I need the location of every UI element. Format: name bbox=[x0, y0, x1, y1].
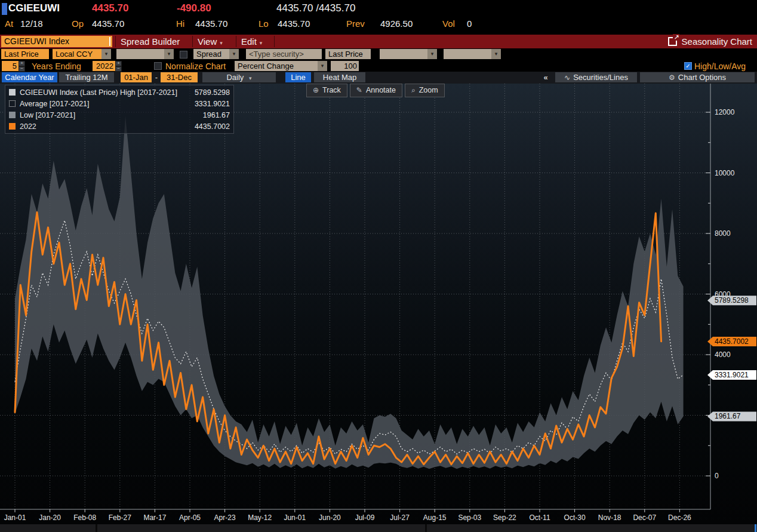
chart-canvas[interactable]: 020004000600080001000012000Jan-01Jan-20F… bbox=[0, 84, 757, 524]
scroll-strip-divider bbox=[425, 524, 427, 532]
spread-dropdown[interactable]: Spread ▾ bbox=[193, 49, 239, 59]
high-low-avg-checkbox[interactable]: ✓ bbox=[684, 62, 692, 70]
export-icon: ↗ bbox=[668, 37, 677, 46]
tab-line[interactable]: Line bbox=[285, 72, 311, 82]
from-date-button[interactable]: 01-Jan bbox=[121, 72, 152, 82]
gear-icon: ⚙ bbox=[669, 73, 675, 82]
stepper-minus-icon[interactable]: − bbox=[19, 66, 25, 72]
chart-options-label: Chart Options bbox=[678, 73, 726, 82]
annotate-label: Annotate bbox=[366, 85, 396, 96]
tab-trailing-12m[interactable]: Trailing 12M bbox=[59, 72, 114, 82]
frequency-value: Daily bbox=[226, 73, 244, 82]
timeline-scroll-strip[interactable] bbox=[0, 524, 757, 532]
track-button[interactable]: ⊕ Track bbox=[306, 84, 347, 97]
years-stepper[interactable]: + − bbox=[19, 61, 25, 71]
seasonality-chart[interactable]: 020004000600080001000012000Jan-01Jan-20F… bbox=[0, 84, 757, 524]
seasonality-chart-title: ↗Seasonality Chart bbox=[668, 36, 752, 47]
to-date-button[interactable]: 31-Dec bbox=[161, 72, 198, 82]
years-input[interactable]: 5 bbox=[2, 61, 19, 71]
legend-row[interactable]: Low [2017-2021]1961.67 bbox=[5, 109, 233, 121]
legend-label: Average [2017-2021] bbox=[20, 100, 90, 108]
frequency-dropdown[interactable]: Daily ▾ bbox=[202, 72, 276, 82]
empty-dropdown[interactable]: ▾ bbox=[116, 49, 174, 59]
end-year-input[interactable]: 2022 bbox=[93, 61, 115, 71]
securities-lines-button[interactable]: ∿Securities/Lines bbox=[555, 72, 637, 82]
high-label: Hi bbox=[176, 19, 184, 29]
lines-icon: ∿ bbox=[564, 73, 570, 82]
security-controls-row: Last Price Local CCY ▾ ▾ Spread ▾ <Type … bbox=[0, 49, 757, 60]
price-type-chip[interactable]: Last Price bbox=[1, 49, 49, 59]
net-change: -490.80 bbox=[177, 2, 211, 14]
legend-value: 5789.5298 bbox=[195, 88, 230, 97]
legend-value: 4435.7002 bbox=[195, 122, 230, 131]
x-axis-label: Sep-22 bbox=[493, 513, 516, 522]
menu-divider bbox=[236, 36, 236, 47]
collapse-panel-button[interactable]: « bbox=[540, 72, 551, 82]
x-axis-label: Jan-01 bbox=[4, 513, 26, 522]
chart-tab-bar: Calendar Year Trailing 12M 01-Jan - 31-D… bbox=[0, 72, 757, 84]
legend-row[interactable]: CGIEEUWI Index (Last Price) High [2017-2… bbox=[5, 87, 233, 98]
chevron-down-icon[interactable]: ▾ bbox=[101, 49, 111, 59]
type-security-input[interactable]: <Type security> bbox=[246, 49, 322, 59]
menu-spread-builder[interactable]: Spread Builder bbox=[121, 36, 180, 47]
empty-dropdown-2[interactable]: ▾ bbox=[380, 49, 437, 59]
x-axis-label: Sep-03 bbox=[458, 513, 481, 522]
normalize-base-input[interactable]: 100 bbox=[331, 61, 359, 71]
chevron-down-icon[interactable]: ▾ bbox=[164, 49, 174, 59]
ticker-input[interactable]: CGIEEUWI Index bbox=[1, 36, 112, 47]
normalize-mode-dropdown[interactable]: Percent Change ▾ bbox=[235, 61, 327, 71]
normalize-checkbox[interactable] bbox=[154, 62, 162, 70]
chevron-down-icon[interactable]: ▾ bbox=[229, 49, 239, 59]
low-series-swatch bbox=[9, 112, 16, 118]
menu-bar: CGIEEUWI Index Spread Builder View▾ Edit… bbox=[0, 35, 757, 48]
tab-calendar-year[interactable]: Calendar Year bbox=[2, 72, 57, 82]
price-type-2-chip[interactable]: Last Price bbox=[325, 49, 371, 59]
x-axis-label: Oct-11 bbox=[529, 513, 550, 522]
chevron-down-icon[interactable]: ▾ bbox=[427, 49, 437, 59]
x-axis-label: Jun-01 bbox=[284, 513, 306, 522]
chevron-down-icon: ▾ bbox=[249, 75, 252, 81]
x-axis-label: Jul-27 bbox=[390, 513, 410, 522]
empty-dropdown-3[interactable]: ▾ bbox=[444, 49, 501, 59]
currency-dropdown[interactable]: Local CCY ▾ bbox=[53, 49, 111, 59]
menu-divider bbox=[192, 36, 193, 47]
bid-ask: 4435.70 /4435.70 bbox=[276, 2, 355, 14]
spread-checkbox[interactable] bbox=[180, 51, 187, 59]
end-year-stepper[interactable]: + − bbox=[115, 61, 122, 71]
y-axis-label: 0 bbox=[715, 472, 719, 480]
tab-heat-map[interactable]: Heat Map bbox=[314, 72, 365, 82]
y-axis-label: 4000 bbox=[715, 350, 731, 359]
y-axis-label: 12000 bbox=[715, 108, 735, 116]
menu-view[interactable]: View▾ bbox=[198, 36, 223, 47]
scroll-strip-end-marker bbox=[755, 524, 756, 532]
y2022-series-swatch bbox=[9, 123, 16, 130]
chevron-down-icon: ▾ bbox=[220, 40, 223, 46]
menu-divider bbox=[115, 36, 116, 47]
chart-options-button[interactable]: ⚙Chart Options bbox=[640, 72, 755, 82]
x-axis-label: Feb-27 bbox=[109, 513, 131, 522]
spread-value: Spread bbox=[196, 50, 221, 59]
chevron-down-icon[interactable]: ▾ bbox=[491, 49, 501, 59]
seasonality-chart-label: Seasonality Chart bbox=[682, 36, 752, 47]
legend-row[interactable]: 20224435.7002 bbox=[5, 121, 233, 132]
chart-toolbar: ⊕ Track ✎ Annotate ⌕ Zoom bbox=[306, 84, 445, 98]
open-label: Op bbox=[72, 19, 84, 29]
menu-edit[interactable]: Edit▾ bbox=[241, 36, 262, 47]
stepper-minus-icon[interactable]: − bbox=[115, 66, 122, 72]
x-axis-label: Aug-15 bbox=[423, 513, 447, 522]
track-crosshair-icon: ⊕ bbox=[313, 85, 319, 96]
date-range-dash: - bbox=[153, 72, 160, 82]
low-label: Lo bbox=[259, 19, 269, 29]
x-axis-label: Apr-05 bbox=[179, 513, 201, 522]
chevron-down-icon[interactable]: ▾ bbox=[318, 61, 327, 71]
annotate-button[interactable]: ✎ Annotate bbox=[350, 84, 402, 97]
menu-divider bbox=[274, 36, 275, 47]
chevron-down-icon: ▾ bbox=[260, 40, 263, 46]
annotate-pencil-icon: ✎ bbox=[356, 85, 362, 96]
legend-row[interactable]: Average [2017-2021]3331.9021 bbox=[5, 98, 233, 109]
track-label: Track bbox=[322, 85, 341, 96]
normalize-mode-value: Percent Change bbox=[238, 61, 294, 70]
high-value: 4435.70 bbox=[195, 19, 227, 29]
zoom-button[interactable]: ⌕ Zoom bbox=[405, 84, 445, 97]
export-arrow-glyph: ↗ bbox=[673, 34, 679, 41]
